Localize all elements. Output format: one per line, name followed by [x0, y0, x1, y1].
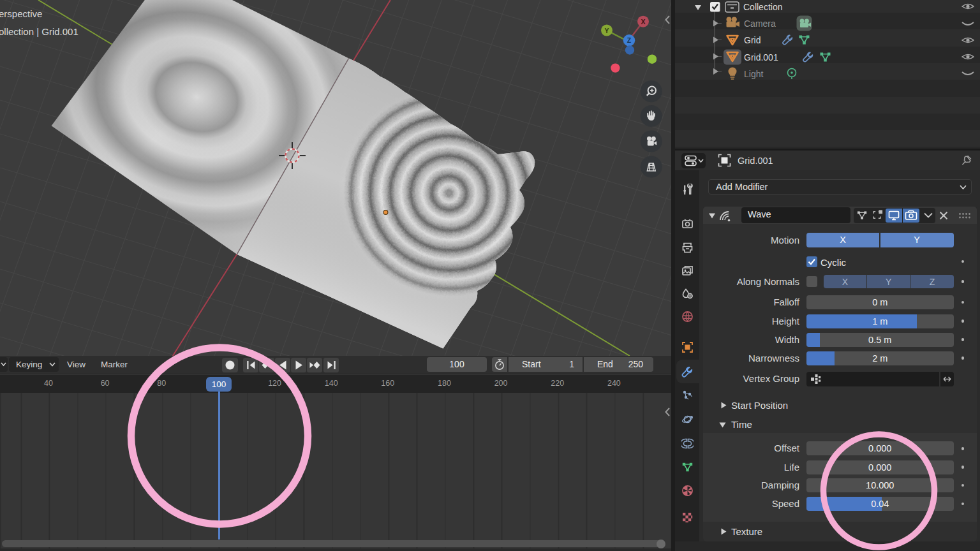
svg-text:Y: Y	[604, 27, 609, 34]
svg-text:erspective: erspective	[0, 8, 42, 19]
svg-text:X: X	[641, 18, 645, 26]
svg-text:Z: Z	[627, 36, 632, 44]
svg-text:ollection | Grid.001: ollection | Grid.001	[0, 26, 78, 37]
